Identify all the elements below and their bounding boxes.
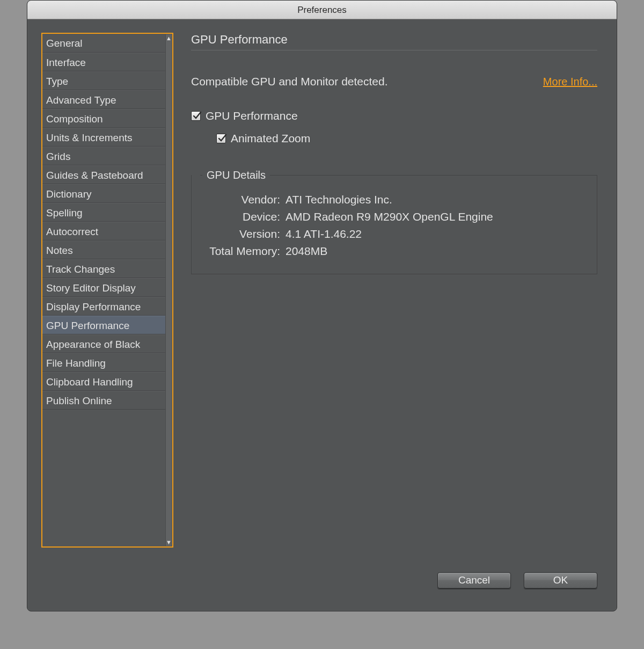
sidebar-item-notes[interactable]: Notes (42, 240, 167, 259)
total-memory-label: Total Memory: (202, 245, 280, 258)
preferences-window: Preferences GeneralInterfaceTypeAdvanced… (27, 0, 617, 611)
gpu-performance-checkbox[interactable] (191, 111, 201, 121)
cancel-button[interactable]: Cancel (437, 572, 511, 588)
sidebar-item-type[interactable]: Type (42, 71, 167, 90)
window-title: Preferences (27, 1, 617, 19)
sidebar-item-spelling[interactable]: Spelling (42, 203, 167, 222)
vendor-value: ATI Technologies Inc. (286, 193, 392, 206)
dialog-button-row: Cancel OK (437, 572, 597, 588)
version-value: 4.1 ATI-1.46.22 (286, 228, 362, 240)
sidebar-item-guides-pasteboard[interactable]: Guides & Pasteboard (42, 165, 167, 184)
sidebar-item-composition[interactable]: Composition (42, 109, 167, 128)
main-panel: GPU Performance Compatible GPU and Monit… (191, 33, 597, 274)
animated-zoom-checkbox[interactable] (216, 134, 226, 143)
sidebar-item-display-performance[interactable]: Display Performance (42, 297, 167, 316)
device-label: Device: (202, 210, 280, 223)
sidebar-item-file-handling[interactable]: File Handling (42, 353, 167, 372)
panel-title: GPU Performance (191, 33, 597, 50)
sidebar-item-story-editor-display[interactable]: Story Editor Display (42, 278, 167, 297)
sidebar-item-interface[interactable]: Interface (42, 53, 167, 71)
total-memory-value: 2048MB (286, 245, 327, 258)
category-sidebar: GeneralInterfaceTypeAdvanced TypeComposi… (41, 33, 173, 548)
sidebar-item-appearance-of-black[interactable]: Appearance of Black (42, 334, 167, 353)
sidebar-item-publish-online[interactable]: Publish Online (42, 391, 167, 410)
gpu-details-legend: GPU Details (202, 169, 270, 181)
sidebar-item-clipboard-handling[interactable]: Clipboard Handling (42, 372, 167, 391)
sidebar-item-advanced-type[interactable]: Advanced Type (42, 90, 167, 109)
sidebar-item-grids[interactable]: Grids (42, 147, 167, 165)
ok-button[interactable]: OK (524, 572, 597, 588)
sidebar-scrollbar[interactable]: ▲ ▼ (165, 34, 172, 546)
animated-zoom-checkbox-label: Animated Zoom (231, 132, 310, 145)
sidebar-item-dictionary[interactable]: Dictionary (42, 184, 167, 203)
gpu-detected-text: Compatible GPU and Monitor detected. (191, 75, 543, 88)
sidebar-item-track-changes[interactable]: Track Changes (42, 259, 167, 278)
sidebar-item-units-increments[interactable]: Units & Increments (42, 128, 167, 147)
gpu-details-group: GPU Details Vendor: ATI Technologies Inc… (191, 175, 597, 274)
more-info-link[interactable]: More Info... (543, 76, 597, 88)
gpu-performance-checkbox-label: GPU Performance (206, 110, 298, 122)
scroll-up-icon[interactable]: ▲ (166, 34, 172, 42)
vendor-label: Vendor: (202, 193, 280, 206)
sidebar-item-general[interactable]: General (42, 34, 167, 53)
sidebar-item-gpu-performance[interactable]: GPU Performance (42, 316, 167, 334)
scroll-down-icon[interactable]: ▼ (166, 538, 172, 546)
device-value: AMD Radeon R9 M290X OpenGL Engine (286, 210, 493, 223)
version-label: Version: (202, 228, 280, 240)
sidebar-item-autocorrect[interactable]: Autocorrect (42, 222, 167, 240)
